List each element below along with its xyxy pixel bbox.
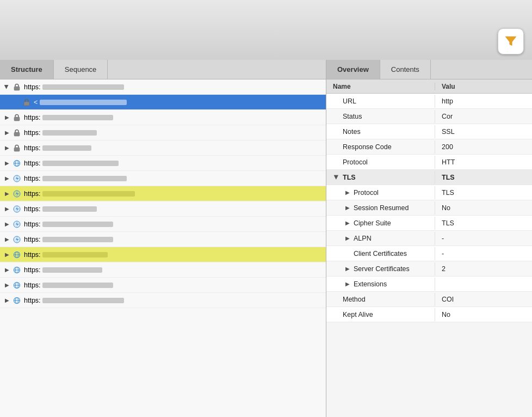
expand-triangle[interactable]: ▶ [344,265,351,273]
tree-item-child-1[interactable]: < [0,95,326,110]
lightning-icon [12,219,22,229]
tab-contents[interactable]: Contents [380,60,431,79]
svg-rect-3 [14,132,20,136]
tree-item-root-7[interactable]: ▶ https: [0,186,326,201]
item-label: https: [24,236,326,243]
item-label: https: [24,160,326,167]
prop-name-protocol: Protocol [326,156,435,169]
globe-icon [12,296,22,305]
prop-value-url: http [435,95,457,108]
item-label: https: [24,220,326,228]
properties-table: Name Valu URLhttpStatusCorNotesSSLRespon… [326,79,532,417]
tree-item-root-14[interactable]: ▶ https: [0,293,326,308]
prop-name-tls: ▶TLS [326,171,435,184]
tree-item-root-3[interactable]: ▶ https: [0,125,326,140]
prop-name-method: Method [326,293,435,306]
expand-triangle[interactable]: ▶ [344,235,351,242]
lock-icon [12,128,22,138]
tree-item-root-12[interactable]: ▶ https: [0,262,326,278]
lock-icon [12,82,22,92]
funnel-button[interactable] [498,28,524,54]
tree-item-root-6[interactable]: ▶ https: [0,171,326,186]
svg-rect-1 [24,102,29,106]
prop-value-tls: TLS [435,171,459,184]
prop-value-protocol: HTT [435,156,459,169]
item-label: https: [24,114,326,121]
left-panel: Structure Sequence ▶ https: < ▶ https: ▶… [0,60,326,417]
tab-overview[interactable]: Overview [326,60,380,79]
prop-value-kept-alive: No [435,308,455,321]
expand-arrow: ▶ [3,175,11,182]
prop-row-response-code: Response Code200 [326,139,532,155]
tab-sequence[interactable]: Sequence [54,60,108,79]
tree-item-root-1[interactable]: ▶ https: [0,79,326,95]
expand-arrow: ▶ [3,281,11,289]
prop-value-client-certs: - [435,247,448,260]
funnel-icon [504,34,518,48]
prop-value-response-code: 200 [435,140,457,154]
prop-name-kept-alive: Kept Alive [326,308,435,321]
globe-icon [12,280,22,290]
item-label: https: [24,175,326,182]
globe-icon [12,250,22,260]
prop-row-url: URLhttp [326,94,532,109]
item-label: https: [24,297,326,304]
prop-row-extensions: ▶Extensions [326,277,532,292]
prop-row-server-certs: ▶Server Certificates2 [326,261,532,277]
expand-triangle[interactable]: ▶ [344,219,351,227]
item-label: https: [24,205,326,213]
prop-row-notes: NotesSSL [326,124,532,139]
expand-arrow: ▶ [3,236,11,243]
item-label: https: [24,251,326,259]
prop-row-tls-alpn: ▶ALPN- [326,231,532,246]
tree-item-root-2[interactable]: ▶ https: [0,110,326,125]
prop-name-client-certs: Client Certificates [326,247,435,260]
prop-row-tls-session: ▶Session ResumedNo [326,200,532,216]
prop-value-notes: SSL [435,125,459,138]
tree-item-root-4[interactable]: ▶ https: [0,140,326,156]
prop-header-row: Name Valu [326,79,532,94]
prop-value-tls-cipher: TLS [435,217,459,230]
expand-triangle[interactable]: ▶ [344,189,351,197]
tree-item-root-10[interactable]: ▶ https: [0,232,326,247]
expand-arrow: ▶ [3,266,11,274]
svg-rect-0 [14,87,20,90]
expand-arrow: ▶ [3,144,11,152]
item-label: https: [24,144,326,152]
prop-value-method: COI [435,293,458,306]
tree-item-root-13[interactable]: ▶ https: [0,278,326,293]
svg-rect-2 [14,117,20,121]
prop-value-server-certs: 2 [435,262,450,275]
tree-item-root-11[interactable]: ▶ https: [0,247,326,262]
expand-triangle[interactable]: ▶ [344,280,351,288]
prop-name-notes: Notes [326,125,435,138]
expand-arrow: ▶ [3,190,11,198]
expand-arrow: ▶ [3,160,11,167]
tree-item-root-5[interactable]: ▶ https: [0,156,326,171]
prop-row-tls-protocol: ▶ProtocolTLS [326,185,532,200]
prop-row-tls: ▶TLSTLS [326,170,532,185]
expand-arrow: ▶ [3,205,11,213]
right-tab-bar: Overview Contents [326,60,532,79]
expand-arrow [13,99,21,106]
prop-name-server-certs: ▶Server Certificates [326,262,435,275]
expand-triangle[interactable]: ▶ [344,204,351,212]
tree-item-root-8[interactable]: ▶ https: [0,201,326,217]
tree-item-root-9[interactable]: ▶ https: [0,217,326,232]
expand-triangle[interactable]: ▶ [333,174,341,181]
prop-name-url: URL [326,95,435,108]
top-bar [0,0,532,60]
prop-name-tls-session: ▶Session Resumed [326,201,435,214]
expand-arrow: ▶ [3,297,11,304]
prop-name-tls-protocol: ▶Protocol [326,186,435,199]
prop-name-extensions: ▶Extensions [326,278,435,291]
prop-row-client-certs: Client Certificates- [326,246,532,261]
lightning-icon [12,189,22,199]
globe-icon [12,265,22,275]
prop-col-name-header: Name [326,83,435,90]
item-label: https: [24,190,326,198]
expand-arrow: ▶ [3,129,11,137]
prop-value-extensions [435,281,446,287]
tab-structure[interactable]: Structure [0,60,54,79]
lock-icon [12,113,22,122]
